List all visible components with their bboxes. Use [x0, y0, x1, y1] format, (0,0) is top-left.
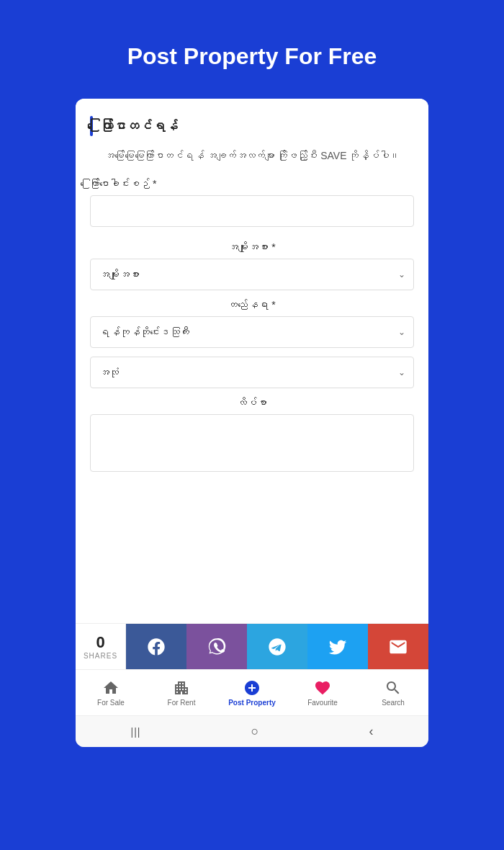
building-icon	[173, 679, 190, 697]
nav-item-search[interactable]: Search	[358, 670, 428, 715]
nav-label-for-rent: For Rent	[168, 699, 196, 707]
location-label: ကြော်ငြာခေါင်းစဉ် *	[90, 178, 414, 189]
category-label: အမျိုးအစား *	[90, 241, 414, 253]
nav-label-post-property: Post Property	[228, 699, 276, 707]
android-nav-bar: ||| ○ ‹	[76, 715, 428, 747]
facebook-share-button[interactable]	[126, 624, 186, 669]
nav-label-favourite: Favourite	[307, 699, 338, 707]
content-area: ကြော်ငြာတင်ရန် အမ်မြေမြေကြော်ငြာတင်ရန် အ…	[76, 99, 428, 623]
section-bar	[90, 116, 93, 136]
township-select[interactable]: အလုံ	[90, 357, 414, 388]
home-icon	[102, 679, 120, 697]
plus-circle-icon	[243, 679, 261, 697]
twitter-share-button[interactable]	[307, 624, 368, 669]
description-text: အမ်မြေမြေကြော်ငြာတင်ရန် အချက်အလက်များ ကိ…	[90, 148, 414, 164]
gmail-share-button[interactable]	[368, 624, 428, 669]
nav-item-favourite[interactable]: Favourite	[287, 670, 358, 715]
phone-container: ကြော်ငြာတင်ရန် အမ်မြေမြေကြော်ငြာတင်ရန် အ…	[76, 99, 428, 747]
nav-item-for-sale[interactable]: For Sale	[76, 670, 146, 715]
category-select[interactable]: အမျိုးအစား	[90, 259, 414, 290]
bottom-nav: For Sale For Rent Post Property Favourit…	[76, 669, 428, 715]
telegram-share-button[interactable]	[247, 624, 307, 669]
nav-item-for-rent[interactable]: For Rent	[146, 670, 217, 715]
title-input[interactable]	[90, 195, 414, 227]
address-label: လိပ်စာ	[90, 397, 414, 408]
category-select-wrapper: အမျိုးအစား ⌄	[90, 259, 414, 290]
share-count: 0	[96, 633, 104, 652]
nav-label-search: Search	[382, 699, 405, 707]
region-select[interactable]: ရန်ကုန်တိုင်းဒေသကြီး	[90, 316, 414, 348]
share-label: SHARES	[84, 652, 117, 660]
android-home-button[interactable]: ○	[251, 724, 259, 739]
address-textarea[interactable]	[90, 414, 414, 472]
address-group: လိပ်စာ	[90, 397, 414, 475]
location-section-label: တည်နေရာ *	[90, 299, 414, 310]
section-title: ကြော်ငြာတင်ရန်	[100, 119, 178, 134]
category-group: အမျိုးအစား * အမျိုးအစား ⌄	[90, 241, 414, 290]
page-title: Post Property For Free	[127, 43, 377, 70]
location-group: တည်နေရာ * ရန်ကုန်တိုင်းဒေသကြီး ⌄ အလုံ ⌄	[90, 299, 414, 388]
search-icon	[384, 679, 402, 697]
heart-icon	[314, 679, 331, 697]
viber-share-button[interactable]	[186, 624, 247, 669]
nav-label-for-sale: For Sale	[97, 699, 125, 707]
android-back-button[interactable]: ‹	[369, 724, 373, 739]
share-bar: 0 SHARES	[76, 623, 428, 669]
share-icons	[126, 624, 428, 669]
section-header: ကြော်ငြာတင်ရန်	[90, 116, 414, 136]
township-select-wrapper: အလုံ ⌄	[90, 357, 414, 388]
android-menu-button[interactable]: |||	[131, 726, 141, 738]
nav-item-post-property[interactable]: Post Property	[217, 670, 287, 715]
region-select-wrapper: ရန်ကုန်တိုင်းဒေသကြီး ⌄	[90, 316, 414, 348]
share-count-box: 0 SHARES	[76, 624, 126, 669]
